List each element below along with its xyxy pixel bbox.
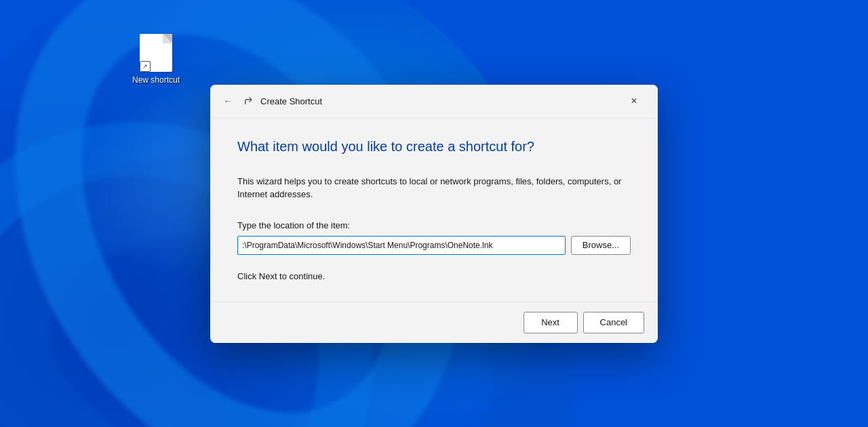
dialog-description: This wizard helps you to create shortcut… <box>237 175 631 201</box>
window-controls: ✕ <box>618 90 650 112</box>
shortcut-arrow-icon: ↗ <box>140 61 151 72</box>
browse-button[interactable]: Browse... <box>571 236 631 255</box>
create-shortcut-dialog: ← Create Shortcut ✕ What item would you … <box>210 85 658 343</box>
location-input-row: Browse... <box>237 236 631 255</box>
shortcut-wizard-icon <box>241 94 255 108</box>
dialog-title-bar: ← Create Shortcut ✕ <box>210 85 658 119</box>
location-label: Type the location of the item: <box>237 220 631 230</box>
dialog-title-text: Create Shortcut <box>260 96 618 106</box>
dialog-heading: What item would you like to create a sho… <box>237 139 631 155</box>
next-button[interactable]: Next <box>524 312 578 333</box>
cancel-button[interactable]: Cancel <box>583 312 644 333</box>
location-input[interactable] <box>237 236 566 255</box>
dialog-content: What item would you like to create a sho… <box>210 119 658 302</box>
dialog-footer: Next Cancel <box>210 302 658 343</box>
desktop: ↗ New shortcut ← Create Shortcut ✕ <box>0 0 868 427</box>
back-button[interactable]: ← <box>218 92 237 110</box>
dialog-overlay: ← Create Shortcut ✕ What item would you … <box>0 0 868 427</box>
click-next-instruction: Click Next to continue. <box>237 271 631 281</box>
close-button[interactable]: ✕ <box>618 90 650 112</box>
